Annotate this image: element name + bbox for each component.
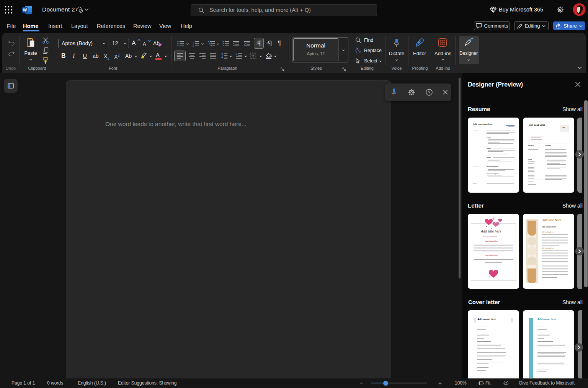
svg-text:W: W [23,8,27,12]
svg-text:c: c [359,50,361,54]
svg-text:3: 3 [193,45,194,47]
svg-text:?: ? [428,90,430,95]
